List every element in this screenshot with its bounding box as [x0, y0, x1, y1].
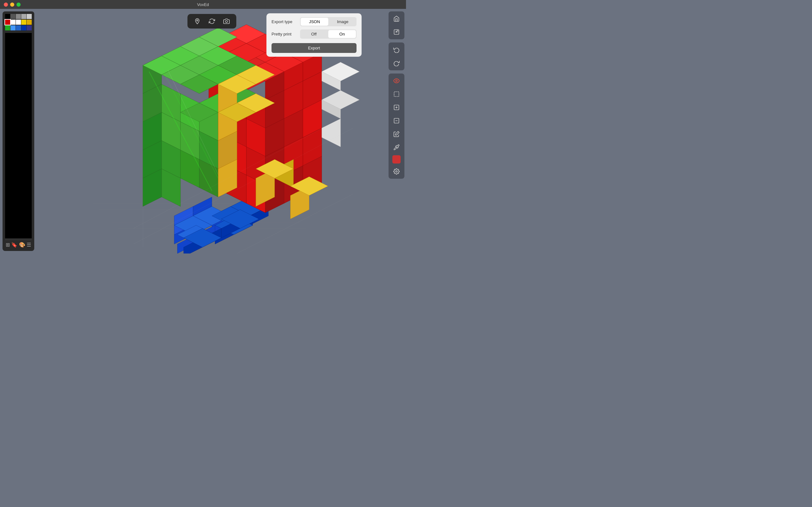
sidebar-tools-section: [389, 73, 404, 179]
palette-icon[interactable]: 🎨: [19, 242, 26, 248]
color-blue2[interactable]: [16, 25, 21, 31]
color-grid-1: [5, 14, 32, 19]
select-icon[interactable]: [391, 89, 402, 100]
sidebar-top-section: [389, 11, 404, 39]
svg-point-1: [225, 20, 228, 23]
active-color-swatch[interactable]: [392, 155, 401, 164]
close-button[interactable]: [4, 3, 8, 7]
eyedropper-icon[interactable]: [391, 142, 402, 153]
pretty-print-toggle: Off On: [300, 30, 357, 39]
sidebar-mid-section: [389, 43, 404, 70]
minimize-button[interactable]: [10, 3, 14, 7]
palette-grayscale: [5, 14, 32, 31]
traffic-lights: [4, 3, 20, 7]
bookmark-icon[interactable]: 🔖: [11, 242, 17, 248]
svg-point-0: [197, 20, 198, 21]
svg-marker-134: [396, 131, 399, 135]
refresh-icon[interactable]: [207, 16, 217, 26]
export-type-json[interactable]: JSON: [301, 18, 328, 26]
export-type-image[interactable]: Image: [329, 17, 357, 26]
location-pin-icon[interactable]: [193, 16, 202, 26]
color-y2[interactable]: [27, 20, 32, 25]
color-grid-3: [5, 25, 32, 31]
svg-point-135: [396, 171, 397, 172]
export-icon[interactable]: [391, 26, 402, 38]
svg-rect-128: [394, 92, 399, 97]
export-type-toggle: JSON Image: [300, 17, 357, 26]
drawing-area: [5, 33, 32, 238]
export-panel: Export type JSON Image Pretty print Off …: [266, 13, 362, 57]
maximize-button[interactable]: [16, 3, 20, 7]
redo-icon[interactable]: [391, 58, 402, 68]
eye-icon[interactable]: [391, 75, 402, 86]
color-grid-2: [5, 20, 32, 25]
color-medgray[interactable]: [16, 14, 21, 19]
export-button[interactable]: Export: [271, 43, 357, 53]
panel-footer: ⊞ 🔖 🎨 ☰: [5, 239, 32, 248]
white-section: [322, 62, 359, 147]
color-green[interactable]: [5, 25, 10, 31]
layers-icon[interactable]: ⊞: [6, 242, 10, 248]
svg-point-127: [396, 80, 397, 82]
pretty-print-off[interactable]: Off: [300, 30, 328, 39]
home-icon[interactable]: [391, 13, 402, 24]
color-lightgray[interactable]: [21, 14, 26, 19]
remove-voxel-icon[interactable]: [391, 115, 402, 126]
title-bar: VoxEd: [0, 0, 406, 9]
undo-icon[interactable]: [391, 44, 402, 55]
add-voxel-icon[interactable]: [391, 102, 402, 113]
color-blue3[interactable]: [21, 25, 26, 31]
export-type-row: Export type JSON Image: [271, 17, 357, 26]
color-navy[interactable]: [27, 25, 32, 31]
camera-icon[interactable]: [222, 16, 231, 26]
color-w1[interactable]: [10, 20, 15, 25]
top-toolbar: [188, 14, 236, 29]
main-layout: ⊞ 🔖 🎨 ☰: [0, 9, 406, 253]
pretty-print-row: Pretty print Off On: [271, 30, 357, 39]
svg-marker-119: [322, 118, 340, 147]
color-blue1[interactable]: [10, 25, 15, 31]
pretty-print-label: Pretty print: [271, 32, 300, 37]
color-red-sel[interactable]: [5, 20, 10, 25]
right-sidebar: [387, 9, 406, 253]
gear-icon[interactable]: [391, 166, 402, 177]
pretty-print-on[interactable]: On: [328, 30, 356, 38]
color-y1[interactable]: [21, 20, 26, 25]
color-black[interactable]: [5, 14, 10, 19]
left-panel: ⊞ 🔖 🎨 ☰: [3, 11, 34, 251]
canvas-area: Export type JSON Image Pretty print Off …: [37, 9, 387, 253]
export-type-label: Export type: [271, 19, 300, 24]
color-lighter[interactable]: [27, 14, 32, 19]
color-w2[interactable]: [16, 20, 21, 25]
color-darkgray[interactable]: [10, 14, 15, 19]
app-title: VoxEd: [197, 2, 209, 7]
paint-icon[interactable]: [391, 129, 402, 139]
list-icon[interactable]: ☰: [27, 242, 31, 248]
